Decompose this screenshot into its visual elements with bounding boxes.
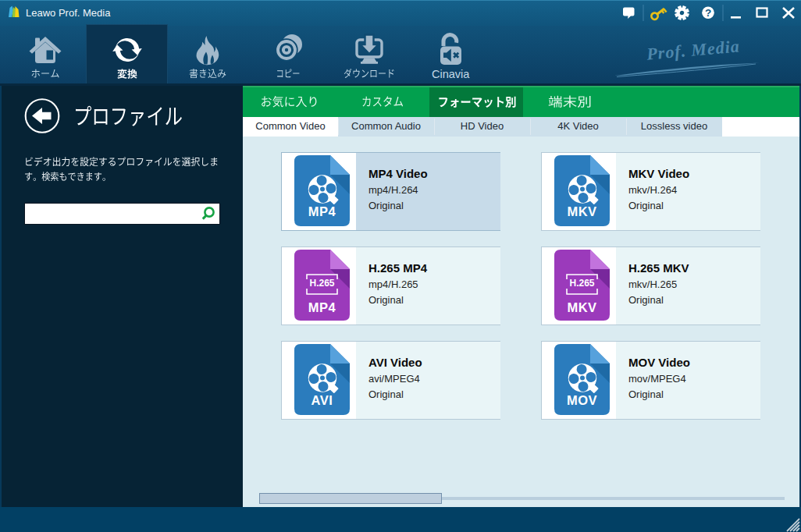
svg-text:MP4: MP4 — [308, 204, 336, 218]
svg-text:H.265: H.265 — [569, 278, 594, 289]
svg-text:MOV: MOV — [567, 393, 597, 407]
svg-text:MKV: MKV — [567, 300, 596, 314]
svg-text:?: ? — [705, 7, 711, 19]
svg-text:H.265: H.265 — [309, 278, 334, 289]
svg-text:MKV: MKV — [567, 204, 596, 218]
svg-text:AVI: AVI — [312, 393, 333, 407]
svg-text:MP4: MP4 — [308, 300, 336, 314]
